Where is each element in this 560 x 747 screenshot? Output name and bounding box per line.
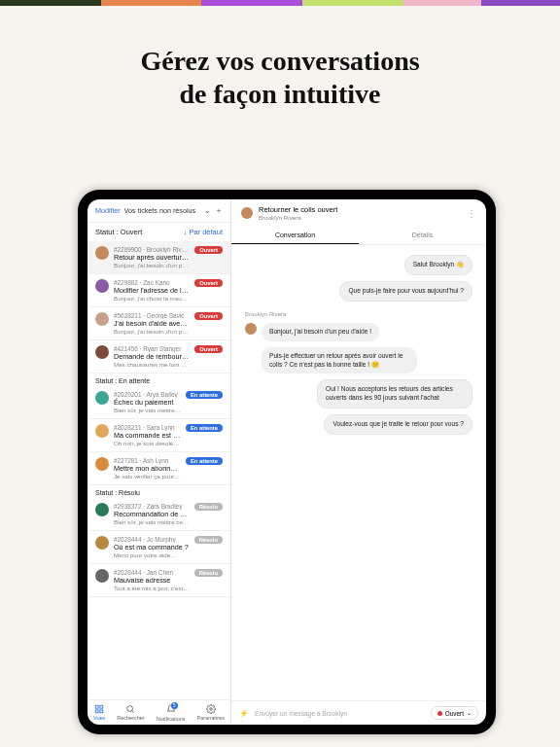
tab-details[interactable]: Détails — [359, 227, 486, 244]
customer-name: Brooklyn Rivera — [259, 214, 337, 221]
chat-bubble: Voulez-vous que je traite le retour pour… — [324, 414, 472, 435]
ticket-meta: #2289900 · Brooklyn Rivera — [114, 246, 190, 253]
conversation-panel: Retourner le colis ouvert Brooklyn River… — [231, 199, 486, 725]
nav-views[interactable]: Vues — [93, 704, 105, 722]
ticket-row[interactable]: #2028444 · Jan Chen Mauvaise adresse Tou… — [88, 564, 230, 597]
status-badge: Ouvert — [194, 246, 223, 254]
ticket-meta: #5628211 · George Savic — [114, 312, 190, 319]
status-heading: Statut : Ouvert — [95, 228, 142, 236]
avatar — [95, 569, 109, 583]
more-icon[interactable]: ⋮ — [467, 208, 476, 219]
message-row: Oui ! Nous acceptons les retours des art… — [245, 379, 472, 409]
avatar — [241, 207, 253, 219]
status-badge: En attente — [186, 424, 223, 432]
status-badge: En attente — [186, 391, 223, 399]
chat-bubble: Que puis-je faire pour vous aujourd'hui … — [339, 281, 472, 302]
ticket-meta: #229882 · Zac Kano — [114, 279, 190, 286]
ticket-preview: Mes chaussures me font mal ! Je v… — [114, 361, 190, 368]
chat-bubble: Oui ! Nous acceptons les retours des art… — [317, 379, 472, 409]
tablet-frame: Modifier Vos tickets non résolus ⌄ ＋ Sta… — [78, 190, 496, 734]
hero-headline: Gérez vos conversationsde façon intuitiv… — [0, 45, 560, 110]
message-row: Bonjour, j'ai besoin d'un peu d'aide ! — [245, 323, 472, 341]
status-badge: Résolu — [194, 503, 223, 511]
ticket-title: Mettre mon abonnement à niveau — [114, 464, 181, 473]
view-dropdown[interactable]: Vos tickets non résolus — [124, 206, 200, 215]
ticket-row[interactable]: #229882 · Zac Kano Modifier l'adresse de… — [88, 274, 230, 307]
ticket-title: Échec du paiement — [114, 398, 181, 407]
ticket-title: Modifier l'adresse de livraison — [114, 286, 190, 295]
chat-bubble: Salut Brooklyn 👋 — [404, 255, 472, 275]
ticket-preview: Bonjour, j'ai besoin d'un peu d'aid… — [114, 262, 190, 268]
nav-search[interactable]: Rechercher — [117, 704, 144, 722]
status-badge: Ouvert — [194, 345, 223, 353]
chevron-down-icon[interactable]: ⌄ — [204, 206, 211, 215]
avatar — [95, 503, 109, 516]
ticket-preview: Oh non, je suis désolé de l'apprendre… — [114, 440, 181, 446]
ticket-preview: Je vais vérifier ça pour vous… — [114, 473, 181, 480]
ticket-meta: #2028231 · Sara Lynn — [114, 424, 181, 431]
sender-label: Brooklyn Rivera — [245, 311, 472, 317]
message-input[interactable]: Envoyer un message à Brooklyn — [255, 710, 425, 717]
ticket-row[interactable]: #2028231 · Sara Lynn Ma commande est arr… — [88, 419, 230, 452]
svg-rect-0 — [95, 705, 98, 708]
ticket-meta: #2028444 · Jo Murphy — [114, 536, 190, 543]
tab-conversation[interactable]: Conversation — [231, 227, 359, 244]
ticket-preview: Merci pour votre aide… — [114, 551, 190, 558]
avatar — [95, 457, 109, 471]
svg-point-4 — [127, 706, 133, 712]
message-row: Puis-je effectuer un retour après avoir … — [245, 347, 472, 374]
ticket-row[interactable]: #2028444 · Jo Murphy Où est ma commande … — [88, 531, 230, 564]
status-badge: Résolu — [194, 569, 223, 577]
svg-point-6 — [210, 708, 213, 711]
bottom-nav: Vues Rechercher 5Notifications Paramètre… — [88, 699, 230, 725]
ticket-meta: #2938372 · Zara Bradley — [114, 503, 190, 510]
status-badge: Ouvert — [194, 312, 223, 320]
ticket-row[interactable]: #2029201 · Arya Bailey Échec du paiement… — [88, 386, 230, 419]
chat-bubble: Bonjour, j'ai besoin d'un peu d'aide ! — [262, 323, 379, 341]
ticket-title: Recommandation de chaussures — [114, 510, 190, 518]
group-label: Statut : Résolu — [88, 485, 230, 498]
ticket-preview: Bonjour, j'ai choisi la mauvaise adress… — [114, 295, 190, 302]
ticket-row[interactable]: #5628211 · George Savic J'ai besoin d'ai… — [88, 307, 230, 340]
ticket-row[interactable]: #227281 · Ash Lynn Mettre mon abonnement… — [88, 452, 230, 485]
avatar — [95, 424, 109, 438]
svg-rect-3 — [100, 710, 103, 713]
ticket-preview: Bien sûr, je vais mettre cela à jour pou… — [114, 407, 181, 413]
add-ticket-button[interactable]: ＋ — [215, 205, 223, 216]
ticket-preview: Tout a été mis à jour, c'est super… — [114, 585, 190, 591]
message-row: Que puis-je faire pour vous aujourd'hui … — [245, 281, 472, 302]
ticket-row[interactable]: #421456 · Ryan Stanger Demande de rembou… — [88, 340, 230, 374]
macros-icon[interactable]: ⚡ — [239, 709, 249, 718]
chevron-down-icon: ⌄ — [467, 709, 472, 717]
ticket-row[interactable]: #2289900 · Brooklyn Rivera Retour après … — [88, 241, 230, 274]
message-row: Salut Brooklyn 👋 — [245, 255, 472, 275]
status-pill[interactable]: Ouvert ⌄ — [431, 706, 478, 720]
avatar — [245, 323, 257, 335]
avatar — [95, 345, 109, 359]
avatar — [95, 279, 109, 293]
svg-rect-1 — [100, 705, 103, 708]
ticket-title: Où est ma commande ? — [114, 543, 190, 551]
ticket-title: J'ai besoin d'aide avec ma commande ! — [114, 319, 190, 328]
edit-link[interactable]: Modifier — [95, 206, 121, 215]
avatar — [95, 536, 109, 550]
ticket-meta: #2028444 · Jan Chen — [114, 569, 190, 576]
ticket-title: Mauvaise adresse — [114, 576, 190, 585]
avatar — [95, 312, 109, 326]
group-label: Statut : En attente — [88, 374, 230, 386]
message-row: Voulez-vous que je traite le retour pour… — [245, 414, 472, 435]
avatar — [95, 246, 109, 260]
ticket-preview: Bonjour, j'ai besoin d'un peu d'ai… — [114, 328, 190, 335]
nav-settings[interactable]: Paramètres — [197, 704, 225, 722]
ticket-meta: #421456 · Ryan Stanger — [114, 345, 190, 352]
sort-default[interactable]: ↓ Par défaut — [184, 228, 223, 236]
ticket-preview: Bien sûr, je vais mettre cela à jour po… — [114, 518, 190, 525]
status-badge: Résolu — [194, 536, 223, 544]
ticket-meta: #2029201 · Arya Bailey — [114, 391, 181, 398]
ticket-row[interactable]: #2938372 · Zara Bradley Recommandation d… — [88, 498, 230, 531]
nav-notifications[interactable]: 5Notifications — [157, 704, 186, 722]
status-badge: En attente — [186, 457, 223, 465]
ticket-title: Ma commande est arrivée endommagée — [114, 431, 181, 440]
status-badge: Ouvert — [194, 279, 223, 287]
ticket-title: Retour après ouverture du colis — [114, 253, 190, 262]
